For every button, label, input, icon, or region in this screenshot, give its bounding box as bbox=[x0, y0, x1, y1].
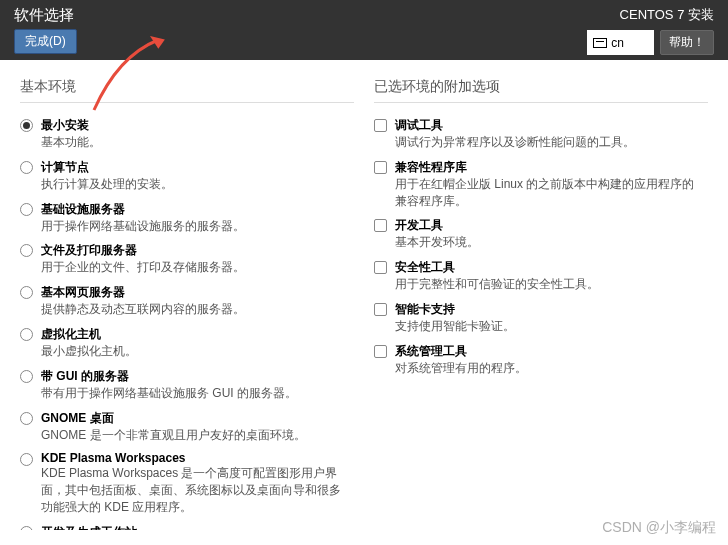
env-item[interactable]: 计算节点执行计算及处理的安装。 bbox=[20, 155, 348, 197]
env-item[interactable]: 文件及打印服务器用于企业的文件、打印及存储服务器。 bbox=[20, 238, 348, 280]
env-item-title: 带 GUI 的服务器 bbox=[41, 368, 348, 385]
addon-item-title: 开发工具 bbox=[395, 217, 702, 234]
keyboard-icon bbox=[593, 38, 607, 48]
addon-item-desc: 对系统管理有用的程序。 bbox=[395, 360, 702, 377]
addon-item-desc: 基本开发环境。 bbox=[395, 234, 702, 251]
checkbox[interactable] bbox=[374, 261, 387, 274]
env-item-title: 基础设施服务器 bbox=[41, 201, 348, 218]
env-item-title: 计算节点 bbox=[41, 159, 348, 176]
keyboard-layout-label: cn bbox=[611, 36, 624, 50]
env-item[interactable]: 开发及生成工作站用于软件、硬件、图形或者内容开发的工作站。 bbox=[20, 520, 348, 530]
base-environment-heading: 基本环境 bbox=[20, 78, 354, 103]
header: 软件选择 完成(D) CENTOS 7 安装 cn 帮助！ bbox=[0, 0, 728, 60]
addon-item-desc: 用于在红帽企业版 Linux 的之前版本中构建的应用程序的兼容程序库。 bbox=[395, 176, 702, 210]
env-item-desc: 用于企业的文件、打印及存储服务器。 bbox=[41, 259, 348, 276]
env-item-title: KDE Plasma Workspaces bbox=[41, 451, 348, 465]
help-button[interactable]: 帮助！ bbox=[660, 30, 714, 55]
env-item-title: 开发及生成工作站 bbox=[41, 524, 348, 530]
watermark: CSDN @小李编程 bbox=[602, 519, 716, 537]
addon-item[interactable]: 智能卡支持支持使用智能卡验证。 bbox=[374, 297, 702, 339]
env-item-desc: 用于操作网络基础设施服务的服务器。 bbox=[41, 218, 348, 235]
radio-button[interactable] bbox=[20, 526, 33, 530]
env-item-title: GNOME 桌面 bbox=[41, 410, 348, 427]
addon-item[interactable]: 系统管理工具对系统管理有用的程序。 bbox=[374, 339, 702, 381]
env-item-desc: KDE Plasma Workspaces 是一个高度可配置图形用户界面，其中包… bbox=[41, 465, 348, 515]
addon-item[interactable]: 开发工具基本开发环境。 bbox=[374, 213, 702, 255]
addon-item-desc: 用于完整性和可信验证的安全性工具。 bbox=[395, 276, 702, 293]
env-item-desc: 基本功能。 bbox=[41, 134, 348, 151]
base-environment-list: 最小安装基本功能。计算节点执行计算及处理的安装。基础设施服务器用于操作网络基础设… bbox=[20, 113, 354, 530]
addon-item-title: 系统管理工具 bbox=[395, 343, 702, 360]
addon-item-title: 安全性工具 bbox=[395, 259, 702, 276]
env-item[interactable]: 最小安装基本功能。 bbox=[20, 113, 348, 155]
env-item-desc: 带有用于操作网络基础设施服务 GUI 的服务器。 bbox=[41, 385, 348, 402]
checkbox[interactable] bbox=[374, 219, 387, 232]
checkbox[interactable] bbox=[374, 303, 387, 316]
addon-item-title: 调试工具 bbox=[395, 117, 702, 134]
radio-button[interactable] bbox=[20, 161, 33, 174]
addon-item-desc: 调试行为异常程序以及诊断性能问题的工具。 bbox=[395, 134, 702, 151]
done-button[interactable]: 完成(D) bbox=[14, 29, 77, 54]
env-item[interactable]: GNOME 桌面GNOME 是一个非常直观且用户友好的桌面环境。 bbox=[20, 406, 348, 448]
env-item[interactable]: 带 GUI 的服务器带有用于操作网络基础设施服务 GUI 的服务器。 bbox=[20, 364, 348, 406]
base-environment-column: 基本环境 最小安装基本功能。计算节点执行计算及处理的安装。基础设施服务器用于操作… bbox=[20, 78, 354, 530]
env-item-title: 基本网页服务器 bbox=[41, 284, 348, 301]
radio-button[interactable] bbox=[20, 203, 33, 216]
radio-button[interactable] bbox=[20, 453, 33, 466]
radio-button[interactable] bbox=[20, 244, 33, 257]
install-title: CENTOS 7 安装 bbox=[620, 6, 714, 24]
keyboard-layout-selector[interactable]: cn bbox=[587, 30, 654, 55]
addon-item-title: 兼容性程序库 bbox=[395, 159, 702, 176]
content: 基本环境 最小安装基本功能。计算节点执行计算及处理的安装。基础设施服务器用于操作… bbox=[0, 60, 728, 530]
env-item-title: 虚拟化主机 bbox=[41, 326, 348, 343]
env-item[interactable]: 基础设施服务器用于操作网络基础设施服务的服务器。 bbox=[20, 197, 348, 239]
env-item-desc: 提供静态及动态互联网内容的服务器。 bbox=[41, 301, 348, 318]
env-item[interactable]: 虚拟化主机最小虚拟化主机。 bbox=[20, 322, 348, 364]
env-item[interactable]: 基本网页服务器提供静态及动态互联网内容的服务器。 bbox=[20, 280, 348, 322]
addons-list: 调试工具调试行为异常程序以及诊断性能问题的工具。兼容性程序库用于在红帽企业版 L… bbox=[374, 113, 708, 381]
radio-button[interactable] bbox=[20, 328, 33, 341]
radio-button[interactable] bbox=[20, 119, 33, 132]
addon-item[interactable]: 调试工具调试行为异常程序以及诊断性能问题的工具。 bbox=[374, 113, 702, 155]
checkbox[interactable] bbox=[374, 161, 387, 174]
env-item-title: 最小安装 bbox=[41, 117, 348, 134]
radio-button[interactable] bbox=[20, 412, 33, 425]
env-item-desc: 执行计算及处理的安装。 bbox=[41, 176, 348, 193]
checkbox[interactable] bbox=[374, 119, 387, 132]
addons-heading: 已选环境的附加选项 bbox=[374, 78, 708, 103]
env-item-desc: 最小虚拟化主机。 bbox=[41, 343, 348, 360]
env-item[interactable]: KDE Plasma WorkspacesKDE Plasma Workspac… bbox=[20, 447, 348, 519]
addon-item-title: 智能卡支持 bbox=[395, 301, 702, 318]
radio-button[interactable] bbox=[20, 370, 33, 383]
checkbox[interactable] bbox=[374, 345, 387, 358]
page-title: 软件选择 bbox=[14, 6, 77, 25]
addons-column: 已选环境的附加选项 调试工具调试行为异常程序以及诊断性能问题的工具。兼容性程序库… bbox=[374, 78, 708, 530]
env-item-title: 文件及打印服务器 bbox=[41, 242, 348, 259]
addon-item[interactable]: 兼容性程序库用于在红帽企业版 Linux 的之前版本中构建的应用程序的兼容程序库… bbox=[374, 155, 702, 214]
radio-button[interactable] bbox=[20, 286, 33, 299]
addon-item-desc: 支持使用智能卡验证。 bbox=[395, 318, 702, 335]
addon-item[interactable]: 安全性工具用于完整性和可信验证的安全性工具。 bbox=[374, 255, 702, 297]
env-item-desc: GNOME 是一个非常直观且用户友好的桌面环境。 bbox=[41, 427, 348, 444]
